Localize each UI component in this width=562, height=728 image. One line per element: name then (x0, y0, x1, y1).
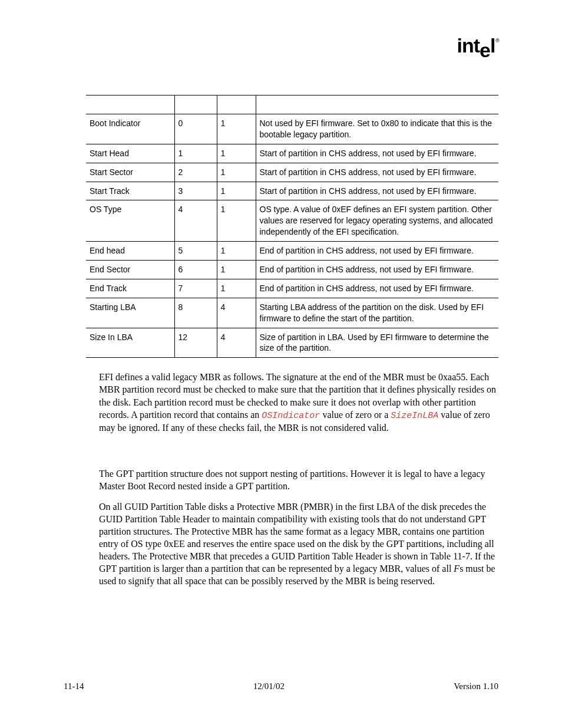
cell-length: 1 (217, 163, 256, 182)
cell-desc: Not used by EFI firmware. Set to 0x80 to… (256, 114, 498, 144)
cell-length: 1 (217, 200, 256, 242)
cell-desc: Start of partition in CHS address, not u… (256, 163, 498, 182)
cell-name: Start Head (86, 144, 174, 163)
table-row: End Sector 6 1 End of partition in CHS a… (86, 261, 498, 279)
page-footer: 11-14 12/01/02 Version 1.10 (64, 681, 498, 691)
cell-desc: End of partition in CHS address, not use… (256, 242, 498, 261)
cell-name: OS Type (86, 200, 174, 242)
paragraph-1: EFI defines a valid legacy MBR as follow… (99, 371, 500, 434)
cell-name: Start Track (86, 182, 174, 200)
cell-offset: 3 (174, 182, 217, 200)
cell-offset: 6 (174, 261, 217, 279)
code-sizeinlba: SizeInLBA (391, 411, 438, 421)
cell-offset: 2 (174, 163, 217, 182)
cell-length: 1 (217, 242, 256, 261)
col-header (256, 95, 498, 114)
cell-length: 1 (217, 261, 256, 279)
table-header-row (86, 95, 498, 114)
cell-name: End Sector (86, 261, 174, 279)
code-osindicator: OSIndicator (262, 411, 320, 421)
paragraph-3: On all GUID Partition Table disks a Prot… (99, 500, 500, 588)
cell-name: Starting LBA (86, 298, 174, 328)
col-header (174, 95, 217, 114)
col-header (217, 95, 256, 114)
cell-offset: 1 (174, 144, 217, 163)
page: intel® Boot Indicator 0 1 Not used by EF… (0, 0, 562, 728)
content-area: Boot Indicator 0 1 Not used by EFI firmw… (64, 95, 498, 588)
paragraph-2: The GPT partition structure does not sup… (99, 467, 500, 492)
table-row: Size In LBA 12 4 Size of partition in LB… (86, 328, 498, 358)
table-row: Start Track 3 1 Start of partition in CH… (86, 182, 498, 200)
cell-desc: Start of partition in CHS address, not u… (256, 182, 498, 200)
footer-date: 12/01/02 (253, 681, 285, 691)
cell-length: 1 (217, 144, 256, 163)
table-row: Start Sector 2 1 Start of partition in C… (86, 163, 498, 182)
col-header (86, 95, 174, 114)
italic-f: F (454, 564, 459, 574)
logo-text-a: int (457, 34, 480, 57)
text: On all GUID Partition Table disks a Prot… (99, 502, 495, 574)
spec-table: Boot Indicator 0 1 Not used by EFI firmw… (86, 95, 498, 358)
cell-name: Start Sector (86, 163, 174, 182)
cell-offset: 4 (174, 200, 217, 242)
footer-version: Version 1.10 (454, 681, 498, 691)
table-row: Boot Indicator 0 1 Not used by EFI firmw… (86, 114, 498, 144)
cell-offset: 5 (174, 242, 217, 261)
cell-length: 4 (217, 298, 256, 328)
logo-text-c: l (490, 34, 495, 57)
cell-offset: 7 (174, 279, 217, 298)
cell-name: End head (86, 242, 174, 261)
footer-page-number: 11-14 (64, 681, 84, 691)
cell-desc: Size of partition in LBA. Used by EFI fi… (256, 328, 498, 358)
cell-name: End Track (86, 279, 174, 298)
text: value of zero or a (320, 410, 391, 420)
cell-desc: Starting LBA address of the partition on… (256, 298, 498, 328)
spacer (64, 434, 498, 454)
cell-desc: End of partition in CHS address, not use… (256, 279, 498, 298)
cell-offset: 12 (174, 328, 217, 358)
table-row: End Track 7 1 End of partition in CHS ad… (86, 279, 498, 298)
cell-desc: End of partition in CHS address, not use… (256, 261, 498, 279)
cell-name: Size In LBA (86, 328, 174, 358)
table-row: Starting LBA 8 4 Starting LBA address of… (86, 298, 498, 328)
cell-length: 4 (217, 328, 256, 358)
cell-name: Boot Indicator (86, 114, 174, 144)
cell-desc: OS type. A value of 0xEF defines an EFI … (256, 200, 498, 242)
registered-icon: ® (495, 38, 499, 44)
cell-offset: 8 (174, 298, 217, 328)
cell-length: 1 (217, 114, 256, 144)
table-row: Start Head 1 1 Start of partition in CHS… (86, 144, 498, 163)
cell-length: 1 (217, 182, 256, 200)
table-row: End head 5 1 End of partition in CHS add… (86, 242, 498, 261)
cell-desc: Start of partition in CHS address, not u… (256, 144, 498, 163)
cell-length: 1 (217, 279, 256, 298)
logo-text-b: e (480, 39, 490, 61)
intel-logo: intel® (457, 34, 498, 57)
cell-offset: 0 (174, 114, 217, 144)
table-row: OS Type 4 1 OS type. A value of 0xEF def… (86, 200, 498, 242)
